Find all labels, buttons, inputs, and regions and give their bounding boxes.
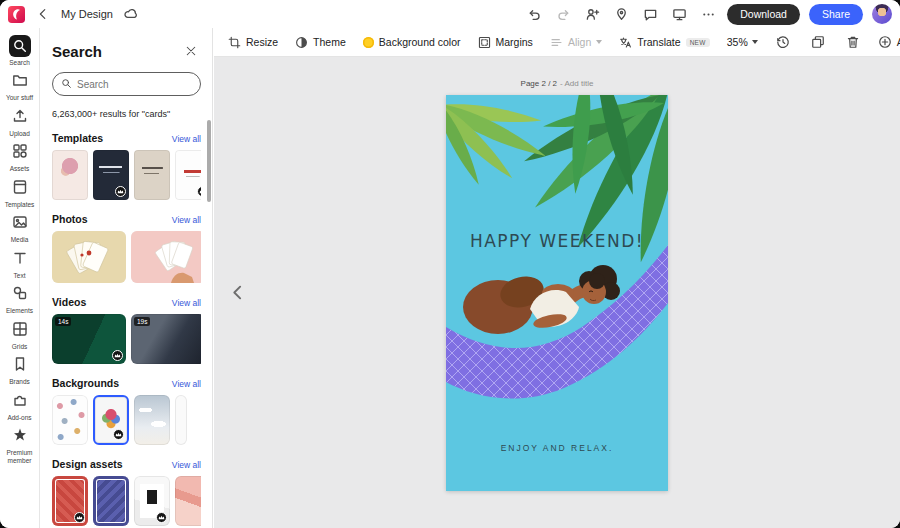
add-page-button[interactable]: Add: [878, 35, 900, 49]
sidebar-item-premium[interactable]: Premium member: [1, 427, 39, 464]
align-button[interactable]: Align: [550, 36, 602, 49]
add-title-label[interactable]: - Add title: [560, 79, 593, 88]
template-thumbnail[interactable]: [134, 150, 170, 200]
grids-icon: [12, 321, 28, 341]
background-thumbnail[interactable]: [52, 395, 88, 445]
view-all-photos-link[interactable]: View all: [172, 215, 201, 225]
templates-icon: [12, 179, 28, 199]
design-heading-text[interactable]: Happy Weekend!: [446, 231, 668, 251]
redo-button[interactable]: [553, 4, 573, 24]
premium-badge-icon: [197, 186, 201, 197]
premium-star-icon: [12, 427, 28, 447]
premium-badge-icon: [156, 512, 167, 523]
previous-page-button[interactable]: [226, 279, 248, 305]
share-button[interactable]: Share: [809, 4, 863, 25]
assets-icon: [12, 143, 28, 163]
comment-icon[interactable]: [640, 4, 660, 24]
app-window: My Design: [0, 0, 900, 528]
design-asset-thumbnail[interactable]: [134, 476, 170, 526]
view-all-videos-link[interactable]: View all: [172, 298, 201, 308]
present-on-device-icon[interactable]: [669, 4, 689, 24]
template-thumbnail[interactable]: [175, 150, 201, 200]
premium-badge-icon: [112, 350, 123, 361]
design-subtext[interactable]: Enjoy and relax.: [446, 443, 668, 453]
left-icon-rail: Search Your stuff Upload Assets Template…: [0, 28, 40, 528]
margins-button[interactable]: Margins: [478, 36, 533, 49]
search-input[interactable]: [77, 79, 187, 90]
history-icon[interactable]: [773, 32, 793, 52]
page-label[interactable]: Page 2 / 2- Add title: [214, 79, 900, 88]
background-color-button[interactable]: Background color: [363, 36, 461, 48]
search-input-box[interactable]: [52, 72, 201, 96]
video-thumbnail[interactable]: 14s: [52, 314, 126, 364]
media-icon: [12, 214, 28, 234]
undo-button[interactable]: [524, 4, 544, 24]
theme-button[interactable]: Theme: [295, 36, 346, 49]
design-illustration: [446, 95, 668, 491]
sidebar-item-search[interactable]: Search: [1, 35, 39, 66]
photo-thumbnail[interactable]: [131, 231, 201, 283]
template-thumbnail[interactable]: [93, 150, 129, 200]
sidebar-item-your-stuff[interactable]: Your stuff: [1, 72, 39, 101]
background-thumbnail[interactable]: [134, 395, 170, 445]
design-assets-thumbnails: [52, 476, 201, 526]
invite-people-icon[interactable]: [582, 4, 602, 24]
videos-thumbnails: 14s 19s: [52, 314, 201, 364]
video-thumbnail[interactable]: 19s: [131, 314, 201, 364]
cloud-sync-icon: [121, 4, 141, 24]
design-asset-thumbnail[interactable]: [52, 476, 88, 526]
translate-button[interactable]: Translate NEW: [619, 36, 709, 49]
section-title-photos: Photos: [52, 213, 88, 225]
sidebar-item-templates[interactable]: Templates: [1, 179, 39, 208]
document-title[interactable]: My Design: [61, 8, 113, 20]
back-button[interactable]: [33, 4, 53, 24]
editor-main: Resize Theme Background color Margins Al…: [214, 28, 900, 528]
section-title-videos: Videos: [52, 296, 86, 308]
download-button[interactable]: Download: [727, 4, 800, 25]
sidebar-item-media[interactable]: Media: [1, 214, 39, 243]
close-panel-icon[interactable]: [181, 41, 201, 61]
more-options-icon[interactable]: [698, 4, 718, 24]
video-duration-badge: 19s: [134, 317, 150, 326]
view-all-design-assets-link[interactable]: View all: [172, 460, 201, 470]
panel-scrollbar[interactable]: [207, 120, 211, 202]
video-duration-badge: 14s: [55, 317, 71, 326]
adobe-express-logo-icon[interactable]: [8, 6, 25, 23]
chevron-down-icon: [752, 40, 758, 44]
search-results-count: 6,263,000+ results for "cards": [52, 109, 201, 119]
sidebar-item-text[interactable]: Text: [1, 250, 39, 279]
canvas-area[interactable]: Page 2 / 2- Add title: [214, 57, 900, 528]
photos-thumbnails: [52, 231, 201, 283]
design-asset-thumbnail[interactable]: [93, 476, 129, 526]
sidebar-item-upload[interactable]: Upload: [1, 108, 39, 137]
zoom-control[interactable]: 35%: [727, 36, 758, 48]
sidebar-item-grids[interactable]: Grids: [1, 321, 39, 350]
zoom-level: 35%: [727, 36, 748, 48]
design-page[interactable]: Happy Weekend! Enjoy and relax.: [446, 95, 668, 491]
background-thumbnail[interactable]: [175, 395, 187, 445]
resize-button[interactable]: Resize: [228, 36, 278, 49]
design-asset-thumbnail[interactable]: [175, 476, 201, 526]
text-icon: [12, 250, 28, 270]
panel-title: Search: [52, 43, 102, 60]
background-thumbnail-selected[interactable]: [93, 395, 129, 445]
delete-page-icon[interactable]: [843, 32, 863, 52]
layers-icon[interactable]: [808, 32, 828, 52]
new-badge: NEW: [686, 38, 710, 47]
section-title-templates: Templates: [52, 132, 103, 144]
photo-thumbnail[interactable]: [52, 231, 126, 283]
backgrounds-thumbnails: [52, 395, 201, 445]
location-pin-icon[interactable]: [611, 4, 631, 24]
background-color-swatch-icon: [363, 37, 374, 48]
view-all-backgrounds-link[interactable]: View all: [172, 379, 201, 389]
user-avatar[interactable]: [872, 4, 892, 24]
elements-icon: [12, 285, 28, 305]
template-thumbnail[interactable]: [52, 150, 88, 200]
top-bar: My Design: [0, 0, 900, 28]
sidebar-item-brands[interactable]: Brands: [1, 356, 39, 385]
sidebar-item-elements[interactable]: Elements: [1, 285, 39, 314]
search-panel: Search 6,263,000+ results for "cards" Te…: [40, 28, 213, 528]
view-all-templates-link[interactable]: View all: [172, 134, 201, 144]
sidebar-item-assets[interactable]: Assets: [1, 143, 39, 172]
sidebar-item-add-ons[interactable]: Add-ons: [1, 392, 39, 421]
